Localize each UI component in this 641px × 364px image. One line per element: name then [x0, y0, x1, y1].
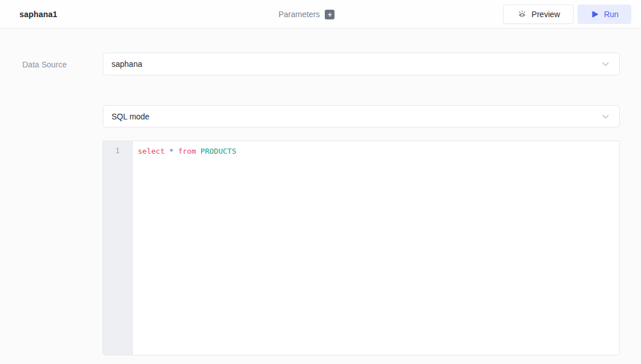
add-parameter-button[interactable]: + — [325, 10, 335, 19]
sql-code-input[interactable]: select * from PRODUCTS — [133, 141, 619, 355]
data-source-selected-value: saphana — [112, 59, 600, 69]
sql-table-name: PRODUCTS — [201, 147, 237, 155]
topbar: saphana1 Parameters + Preview — [0, 0, 641, 29]
preview-button-label: Preview — [532, 10, 560, 19]
play-icon — [590, 10, 599, 19]
preview-button[interactable]: Preview — [503, 5, 574, 24]
chevron-down-icon — [600, 58, 611, 70]
chevron-down-icon — [600, 111, 611, 122]
parameters-label: Parameters — [278, 10, 320, 19]
plus-icon: + — [328, 11, 332, 18]
line-number: 1 — [103, 141, 132, 155]
query-mode-select[interactable]: SQL mode — [103, 105, 620, 127]
sql-editor: 1 select * from PRODUCTS — [102, 141, 620, 355]
data-source-label: Data Source — [22, 60, 67, 69]
query-title: saphana1 — [19, 0, 57, 29]
data-source-select[interactable]: saphana — [103, 53, 620, 75]
code-line: select * from PRODUCTS — [138, 146, 619, 156]
sql-operator: * — [169, 147, 174, 155]
sql-keyword: from — [178, 147, 196, 155]
eye-icon — [517, 9, 527, 19]
space — [165, 147, 169, 155]
sql-keyword: select — [138, 147, 165, 155]
parameters-group: Parameters + — [278, 0, 335, 29]
editor-gutter: 1 — [103, 141, 133, 355]
query-mode-selected-value: SQL mode — [112, 112, 600, 121]
run-button[interactable]: Run — [578, 5, 631, 24]
space — [196, 147, 201, 155]
run-button-label: Run — [604, 10, 619, 19]
